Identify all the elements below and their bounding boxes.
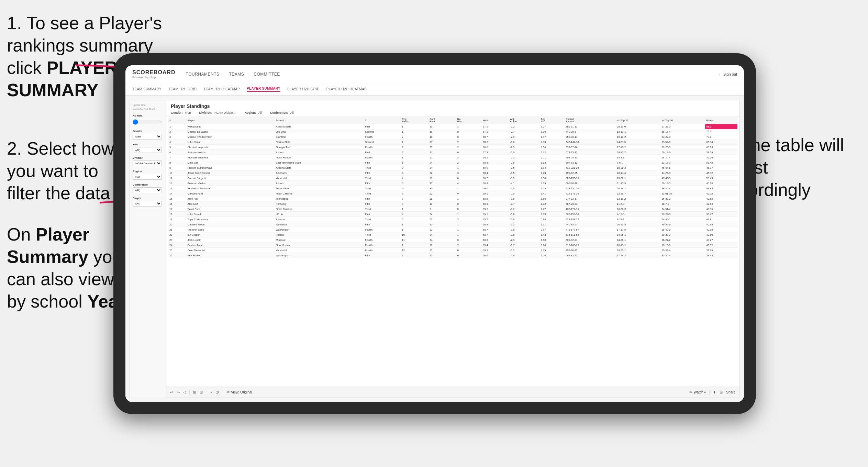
toolbar: ↩ ↪ ◁ ⊞ ⊟ — · ⏱ 👁 View: Original <box>166 387 739 398</box>
toolbar-clock[interactable]: ⏱ <box>215 390 219 394</box>
conference-select[interactable]: (All) <box>133 187 162 193</box>
table-cell: 68.0 <box>481 145 509 150</box>
table-row: 14Maxwell FordNorth CarolinaThird322069.… <box>168 191 737 196</box>
gender-filter-display: Gender: Men <box>171 111 191 114</box>
table-cell: 562-82-23 <box>564 253 615 258</box>
table-cell: 50-19-9 <box>660 150 705 155</box>
table-cell: 605-96-38 <box>564 181 615 186</box>
table-cell: Arizona State <box>275 165 364 170</box>
table-cell: 49-35-9 <box>660 222 705 227</box>
table-cell: 0 <box>456 134 481 140</box>
table-cell: 26-32-2 <box>660 196 705 201</box>
table-cell: Ian Gilligan <box>186 232 274 237</box>
table-cell: Fourth <box>364 227 400 232</box>
table-cell: 28-10-4 <box>660 155 705 160</box>
player-select[interactable]: (All) <box>133 201 162 207</box>
subnav-team-h2h-heatmap[interactable]: TEAM H2H HEATMAP <box>203 87 240 91</box>
table-cell: 14-20-1 <box>615 237 660 243</box>
table-cell: 11 <box>168 176 186 181</box>
nav-teams[interactable]: TEAMS <box>229 72 244 77</box>
table-cell: 12 <box>168 181 186 186</box>
toolbar-paste[interactable]: ⊟ <box>200 390 203 394</box>
toolbar-options[interactable]: — · <box>206 390 212 394</box>
table-cell: East Tennessee State <box>275 160 364 165</box>
nav-committee[interactable]: COMMITTEE <box>254 72 280 77</box>
toolbar-back[interactable]: ◁ <box>183 390 186 394</box>
table-cell: Michael Thorbjornsen <box>186 134 274 140</box>
toolbar-copy[interactable]: ⊞ <box>193 390 196 394</box>
table-cell: 1.92 <box>539 201 565 207</box>
table-cell: 18-7-3 <box>660 201 705 207</box>
table-cell: 53.42 <box>705 160 737 165</box>
toolbar-redo[interactable]: ↪ <box>177 390 180 394</box>
table-cell: Fourth <box>364 155 400 160</box>
table-cell: 16-20-3 <box>615 207 660 212</box>
table-cell: 616-168-22 <box>564 243 615 248</box>
table-cell: 23 <box>428 217 456 222</box>
table-cell: 1.15 <box>539 186 565 191</box>
table-cell: 1 <box>456 227 481 232</box>
subnav-player-h2h-heatmap[interactable]: PLAYER H2H HEATMAP <box>326 87 367 91</box>
table-cell: Jake Hall <box>186 196 274 201</box>
table-cell: -1.8 <box>509 212 539 217</box>
toolbar-download[interactable]: ⬇ <box>713 390 716 394</box>
table-cell: 2 <box>456 243 481 248</box>
table-cell: Second <box>364 140 400 145</box>
table-cell: 29-38-2 <box>660 232 705 237</box>
table-cell: 5 <box>168 145 186 150</box>
table-cell: 68.8 <box>481 222 509 227</box>
table-cell: 69.0 <box>481 186 509 191</box>
filter-conference-label: Conference <box>133 183 163 186</box>
subnav-player-h2h-grid[interactable]: PLAYER H2H GRID <box>287 87 320 91</box>
table-cell: 509-82-21 <box>564 237 615 243</box>
table-cell: 492-96-12 <box>564 248 615 253</box>
region-select[interactable]: N/A <box>133 174 162 180</box>
toolbar-view-btn[interactable]: 👁 View: Original <box>226 390 252 394</box>
table-cell: 14-26-1 <box>615 232 660 237</box>
table-cell: Fifth <box>364 181 400 186</box>
table-cell: 30 <box>428 186 456 191</box>
toolbar-grid[interactable]: ⊞ <box>720 390 723 394</box>
table-cell: 1 <box>456 124 481 129</box>
table-cell: New Mexico <box>275 243 364 248</box>
table-cell: -1.8 <box>509 227 539 232</box>
nav-tournaments[interactable]: TOURNAMENTS <box>186 72 220 77</box>
table-cell: 17-17-5 <box>615 227 660 232</box>
subnav-team-h2h-grid[interactable]: TEAM H2H GRID <box>168 87 197 91</box>
no-rds-slider[interactable] <box>133 119 162 125</box>
table-cell: -1.0 <box>509 186 539 191</box>
division-select[interactable]: NCAA Division I <box>133 160 162 166</box>
table-cell: 10 <box>401 232 429 237</box>
table-cell: David Ford <box>186 207 274 212</box>
gender-select[interactable]: Men <box>133 134 162 140</box>
table-cell: 2 <box>168 129 186 134</box>
table-cell: 4 <box>168 140 186 145</box>
col-no-rds: No.Rds. <box>456 117 481 124</box>
table-cell: 498-54-13 <box>564 155 615 160</box>
standings-table: # Player School Yr RegRank ConfRank No.R… <box>168 117 737 258</box>
table-cell: -1.6 <box>509 140 539 145</box>
subnav-player-summary[interactable]: PLAYER SUMMARY <box>247 87 280 92</box>
subnav-team-summary[interactable]: TEAM SUMMARY <box>132 87 162 91</box>
toolbar-watch[interactable]: 👁 Watch ▾ <box>689 390 706 394</box>
table-cell: 27 <box>428 155 456 160</box>
table-cell: Auburn <box>275 181 364 186</box>
table-cell: 28-15-0 <box>615 124 660 129</box>
toolbar-share[interactable]: Share <box>726 390 735 394</box>
toolbar-undo[interactable]: ↩ <box>170 390 173 394</box>
col-points: Points <box>705 117 737 124</box>
table-cell: 607-63-12 <box>564 160 615 165</box>
table-cell: 68.6 <box>481 253 509 258</box>
table-cell: 23 <box>428 248 456 253</box>
table-cell: 467-29-23 <box>564 201 615 207</box>
table-cell: 3 <box>401 170 429 176</box>
table-cell: Fourth <box>364 145 400 150</box>
table-cell: Fifth <box>364 222 400 227</box>
year-select[interactable]: (All) <box>133 147 162 153</box>
table-cell: 22 <box>428 170 456 176</box>
table-cell: 1.73 <box>539 170 565 176</box>
table-cell: 2 <box>401 150 429 155</box>
table-cell: Vanderbilt <box>275 176 364 181</box>
data-table-wrapper[interactable]: # Player School Yr RegRank ConfRank No.R… <box>166 117 739 387</box>
sign-out-link[interactable]: Sign out <box>723 72 737 76</box>
